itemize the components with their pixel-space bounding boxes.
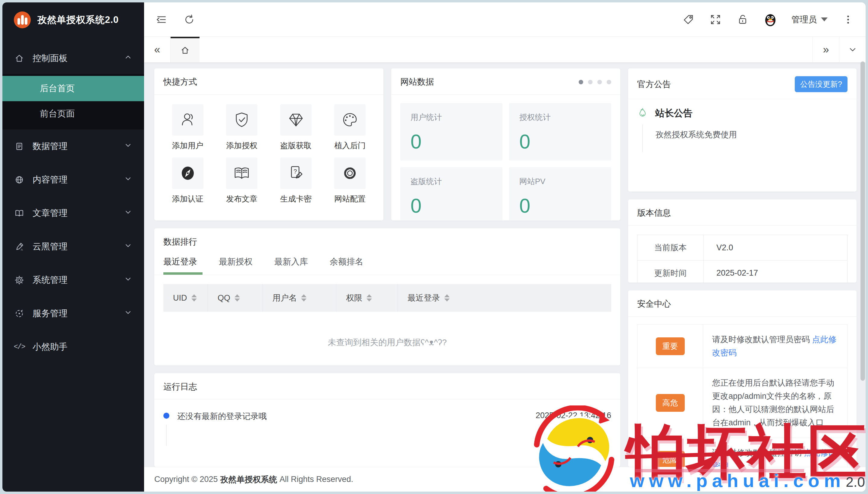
card-title: 运行日志 <box>154 373 620 399</box>
sidebar-item-label: 控制面板 <box>33 52 68 64</box>
tab-balance-rank[interactable]: 余额排名 <box>330 256 364 275</box>
sidebar-item-assistant[interactable]: </> 小然助手 <box>2 330 144 364</box>
carousel-dots[interactable] <box>579 80 611 84</box>
tab-latest-added[interactable]: 最新入库 <box>274 256 308 275</box>
site-data-card: 网站数据 用户统计 0 授权统计 0 <box>391 69 620 221</box>
timeline-line <box>166 425 167 446</box>
file-question-icon: ? <box>280 157 312 189</box>
tabs-dropdown-button[interactable] <box>839 37 866 62</box>
tab-home[interactable] <box>171 37 200 62</box>
shortcut-backdoor[interactable]: 植入后门 <box>326 104 375 151</box>
gear-icon <box>334 157 366 189</box>
chevron-up-icon <box>124 53 132 63</box>
sidebar-subitem-backend-home[interactable]: 后台首页 <box>2 76 144 101</box>
shortcut-add-user[interactable]: 添加用户 <box>163 104 212 151</box>
sidebar-item-service-management[interactable]: 服务管理 <box>2 297 144 330</box>
sidebar-item-system-management[interactable]: 系统管理 <box>2 263 144 297</box>
column-header-permission[interactable]: 权限 <box>336 284 398 312</box>
vertical-scrollbar[interactable] <box>861 61 865 381</box>
sidebar-item-label: 服务管理 <box>33 307 68 320</box>
sort-icon[interactable] <box>235 294 240 302</box>
tag-icon[interactable] <box>682 13 695 26</box>
security-row: 高危 您正在使用后台默认路径请您手动更改app/admin文件夹的名称，原因：他… <box>638 368 847 438</box>
column-header-username[interactable]: 用户名 <box>263 284 336 312</box>
shortcut-add-cert[interactable]: 添加认证 <box>163 157 212 204</box>
caret-down-icon <box>821 17 828 21</box>
security-table: 重要 请及时修改默认管理员密码 点此修改密码 高危 您正在使用后台默认路径请您手… <box>637 324 848 467</box>
tabs-scroll-right-button[interactable]: » <box>813 37 839 62</box>
column-header-recent-login[interactable]: 最近登录 <box>398 284 611 312</box>
logo-row: 孜然单授权系统2.0 <box>2 2 144 37</box>
security-row: 危险 请及时修改默认监控密钥 点此修改密钥 <box>638 438 847 467</box>
shortcut-site-config[interactable]: 网站配置 <box>326 157 375 204</box>
gear-icon <box>15 275 24 285</box>
sidebar-menu: 控制面板 后台首页 前台页面 数据管理 <box>2 42 144 364</box>
severity-badge: 重要 <box>656 337 685 355</box>
sidebar-item-label: 小然助手 <box>33 341 68 353</box>
kebab-menu-icon[interactable] <box>842 13 855 26</box>
column-header-qq[interactable]: QQ <box>208 284 263 312</box>
tabs-scroll-left-button[interactable]: « <box>144 37 171 62</box>
refresh-icon[interactable] <box>183 13 196 26</box>
card-title: 网站数据 <box>400 76 434 88</box>
shortcut-generate-card-key[interactable]: ? 生成卡密 <box>272 157 320 204</box>
lock-icon[interactable] <box>736 13 749 26</box>
chevron-down-icon <box>124 208 132 218</box>
user-menu[interactable]: 管理员 <box>791 14 828 25</box>
severity-badge: 高危 <box>656 394 685 412</box>
sidebar-item-label: 文章管理 <box>33 207 68 219</box>
sidebar-item-label: 系统管理 <box>33 274 68 286</box>
log-entry: 还没有最新的登录记录哦 2025-02-22 13:42:16 <box>163 407 611 422</box>
run-log-card: 运行日志 还没有最新的登录记录哦 2025-02-22 13:42:16 <box>154 373 620 467</box>
chevron-down-icon <box>124 308 132 318</box>
sidebar-item-article-management[interactable]: 文章管理 <box>2 196 144 230</box>
tab-latest-license[interactable]: 最新授权 <box>219 256 253 275</box>
user-name: 管理员 <box>791 14 817 25</box>
open-book-icon <box>226 157 257 189</box>
shortcut-piracy-fetch[interactable]: 盗版获取 <box>272 104 320 151</box>
globe-icon <box>15 175 24 185</box>
shortcut-add-license[interactable]: 添加授权 <box>218 104 266 151</box>
main-area: 管理员 « » <box>144 2 866 492</box>
sidebar-subitem-frontend-page[interactable]: 前台页面 <box>2 101 144 127</box>
shortcuts-card: 快捷方式 添加用户 <box>154 69 383 221</box>
ranking-card: 数据排行 最近登录 最新授权 最新入库 余额排名 UID QQ 用户名 权限 <box>154 228 620 365</box>
card-title: 版本信息 <box>628 200 856 226</box>
brush-icon: A <box>15 242 24 251</box>
home-icon <box>15 54 24 63</box>
sort-icon[interactable] <box>301 294 307 302</box>
sort-icon[interactable] <box>444 294 450 302</box>
copyright-brand: 孜然单授权系统 <box>220 474 277 485</box>
sidebar-item-cloud-blacklist[interactable]: A 云黑管理 <box>2 230 144 263</box>
sidebar-item-content-management[interactable]: 内容管理 <box>2 163 144 196</box>
service-icon <box>15 309 24 318</box>
sort-icon[interactable] <box>191 294 197 302</box>
security-row: 重要 请及时修改默认管理员密码 点此修改密码 <box>638 325 847 368</box>
card-title: 安全中心 <box>628 290 856 317</box>
sidebar-item-control-panel[interactable]: 控制面板 <box>2 42 144 74</box>
sidebar: 孜然单授权系统2.0 控制面板 后台首页 前台页面 数据管理 <box>2 2 144 492</box>
ranking-tabs: 最近登录 最新授权 最新入库 余额排名 <box>154 248 620 275</box>
table-row: 当前版本 V2.0 <box>638 235 847 260</box>
announcement-refresh-button[interactable]: 公告没更新? <box>795 76 848 92</box>
table-empty-state: 未查询到相关的用户数据ʕ^ᴥ^ʔ? <box>163 312 611 365</box>
chevron-down-icon <box>124 275 132 285</box>
timeline-dot-icon <box>163 413 169 419</box>
shortcut-publish-article[interactable]: 发布文章 <box>218 157 266 204</box>
tab-recent-login[interactable]: 最近登录 <box>163 256 197 275</box>
version-table: 当前版本 V2.0 更新时间 2025-02-17 <box>637 235 848 283</box>
security-center-card: 安全中心 重要 请及时修改默认管理员密码 点此修改密码 高危 您正在使用后台默认… <box>628 290 856 467</box>
collapse-sidebar-icon[interactable] <box>155 13 168 26</box>
chevron-down-icon <box>124 242 132 251</box>
fullscreen-icon[interactable] <box>709 13 722 26</box>
tabbar: « » <box>144 36 866 62</box>
user-avatar[interactable] <box>763 12 778 27</box>
app-title: 孜然单授权系统2.0 <box>37 14 119 26</box>
announcement-heading: 站长公告 <box>655 107 692 119</box>
control-panel-submenu: 后台首页 前台页面 <box>2 74 144 130</box>
sidebar-item-data-management[interactable]: 数据管理 <box>2 130 144 163</box>
stat-pv: 网站PV 0 <box>509 167 611 221</box>
app-window: 孜然单授权系统2.0 控制面板 后台首页 前台页面 数据管理 <box>2 2 866 492</box>
sort-icon[interactable] <box>367 294 372 302</box>
column-header-uid[interactable]: UID <box>163 284 208 312</box>
